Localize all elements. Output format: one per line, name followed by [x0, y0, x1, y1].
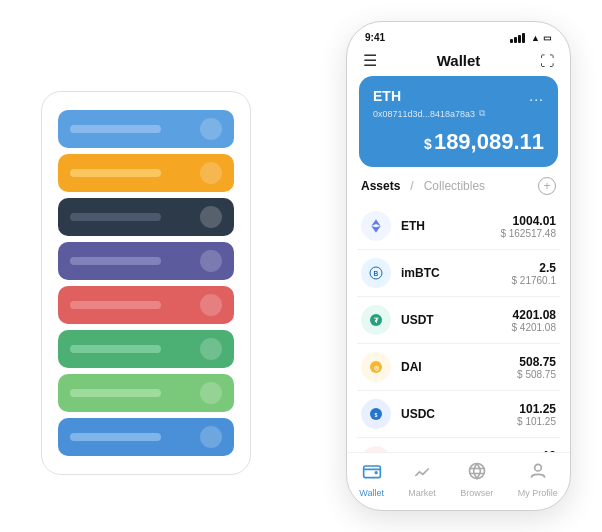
nav-bar: ☰ Wallet ⛶: [347, 47, 570, 76]
wifi-icon: ▲: [531, 33, 540, 43]
wallet-nav-label: Wallet: [359, 488, 384, 498]
tab-separator: /: [410, 179, 413, 193]
market-nav-icon: [412, 461, 432, 486]
bottom-nav-market[interactable]: Market: [408, 461, 436, 498]
svg-marker-3: [371, 226, 376, 233]
asset-usd-eth: $ 162517.48: [500, 228, 556, 239]
asset-item[interactable]: $USDC101.25$ 101.25: [357, 391, 560, 438]
svg-marker-1: [371, 219, 376, 226]
stack-card-line: [70, 169, 161, 177]
asset-usd-dai: $ 508.75: [517, 369, 556, 380]
signal-bar-2: [514, 37, 517, 43]
asset-list: ETH1004.01$ 162517.48BimBTC2.5$ 21760.1₮…: [347, 203, 570, 452]
asset-item[interactable]: ◎DAI508.75$ 508.75: [357, 344, 560, 391]
asset-item[interactable]: BimBTC2.5$ 21760.1: [357, 250, 560, 297]
asset-name-usdc: USDC: [401, 407, 517, 421]
stack-card-icon: [200, 162, 222, 184]
stack-card[interactable]: [58, 198, 234, 236]
asset-usd-usdc: $ 101.25: [517, 416, 556, 427]
stack-card[interactable]: [58, 242, 234, 280]
eth-card-header: ETH ...: [373, 88, 544, 104]
assets-tabs: Assets / Collectibles: [361, 179, 485, 193]
menu-icon[interactable]: ☰: [363, 51, 377, 70]
svg-point-15: [469, 464, 484, 479]
stack-card-line: [70, 257, 161, 265]
phone: 9:41 ▲ ▭ ☰ Wallet ⛶ ETH ...: [346, 21, 571, 511]
market-nav-label: Market: [408, 488, 436, 498]
signal-bar-3: [518, 35, 521, 43]
asset-item[interactable]: ₮USDT4201.08$ 4201.08: [357, 297, 560, 344]
tab-assets[interactable]: Assets: [361, 179, 400, 193]
svg-marker-0: [376, 219, 381, 226]
stack-card-icon: [200, 426, 222, 448]
asset-icon-eth: [361, 211, 391, 241]
stack-card-line: [70, 389, 161, 397]
stack-card[interactable]: [58, 330, 234, 368]
stack-card[interactable]: [58, 418, 234, 456]
stack-card-icon: [200, 382, 222, 404]
expand-icon[interactable]: ⛶: [540, 53, 554, 69]
asset-icon-dai: ◎: [361, 352, 391, 382]
scene: 9:41 ▲ ▭ ☰ Wallet ⛶ ETH ...: [11, 11, 591, 521]
stack-card[interactable]: [58, 286, 234, 324]
eth-menu-dots[interactable]: ...: [529, 88, 544, 104]
stack-card[interactable]: [58, 374, 234, 412]
asset-icon-usdt: ₮: [361, 305, 391, 335]
profile-nav-icon: [528, 461, 548, 486]
nav-title: Wallet: [437, 52, 481, 69]
asset-values-eth: 1004.01$ 162517.48: [500, 214, 556, 239]
asset-name-eth: ETH: [401, 219, 500, 233]
asset-values-usdc: 101.25$ 101.25: [517, 402, 556, 427]
signal-bar-1: [510, 39, 513, 43]
eth-ticker: ETH: [373, 88, 401, 104]
asset-amount-eth: 1004.01: [500, 214, 556, 228]
status-bar: 9:41 ▲ ▭: [347, 22, 570, 47]
stack-card-line: [70, 213, 161, 221]
asset-values-usdt: 4201.08$ 4201.08: [512, 308, 557, 333]
stack-card-line: [70, 301, 161, 309]
bottom-nav-profile[interactable]: My Profile: [518, 461, 558, 498]
eth-address: 0x08711d3d...8418a78a3 ⧉: [373, 108, 544, 119]
asset-usd-usdt: $ 4201.08: [512, 322, 557, 333]
bottom-nav-wallet[interactable]: Wallet: [359, 461, 384, 498]
stack-card-icon: [200, 206, 222, 228]
battery-icon: ▭: [543, 33, 552, 43]
svg-rect-14: [363, 466, 380, 478]
bottom-nav: WalletMarketBrowserMy Profile: [347, 452, 570, 510]
tab-collectibles[interactable]: Collectibles: [424, 179, 485, 193]
stack-card-icon: [200, 118, 222, 140]
asset-amount-usdt: 4201.08: [512, 308, 557, 322]
stack-card-line: [70, 125, 161, 133]
eth-balance: $189,089.11: [373, 129, 544, 155]
assets-header: Assets / Collectibles +: [347, 177, 570, 203]
stack-card-icon: [200, 294, 222, 316]
stack-card[interactable]: [58, 110, 234, 148]
add-asset-button[interactable]: +: [538, 177, 556, 195]
svg-marker-2: [376, 226, 381, 233]
eth-card[interactable]: ETH ... 0x08711d3d...8418a78a3 ⧉ $189,08…: [359, 76, 558, 167]
stack-card-icon: [200, 250, 222, 272]
balance-symbol: $: [424, 136, 432, 152]
balance-amount: 189,089.11: [434, 129, 544, 154]
asset-amount-dai: 508.75: [517, 355, 556, 369]
asset-values-imbtc: 2.5$ 21760.1: [512, 261, 557, 286]
copy-icon[interactable]: ⧉: [479, 108, 485, 119]
stack-card[interactable]: [58, 154, 234, 192]
asset-values-dai: 508.75$ 508.75: [517, 355, 556, 380]
card-stack: [41, 91, 251, 475]
asset-usd-imbtc: $ 21760.1: [512, 275, 557, 286]
asset-amount-imbtc: 2.5: [512, 261, 557, 275]
asset-name-usdt: USDT: [401, 313, 512, 327]
signal-bar-4: [522, 33, 525, 43]
asset-item[interactable]: TTFT130: [357, 438, 560, 452]
stack-card-icon: [200, 338, 222, 360]
svg-text:B: B: [374, 270, 379, 277]
stack-card-line: [70, 433, 161, 441]
asset-name-dai: DAI: [401, 360, 517, 374]
browser-nav-label: Browser: [460, 488, 493, 498]
profile-nav-label: My Profile: [518, 488, 558, 498]
status-icons: ▲ ▭: [510, 33, 552, 43]
asset-item[interactable]: ETH1004.01$ 162517.48: [357, 203, 560, 250]
bottom-nav-browser[interactable]: Browser: [460, 461, 493, 498]
asset-icon-imbtc: B: [361, 258, 391, 288]
